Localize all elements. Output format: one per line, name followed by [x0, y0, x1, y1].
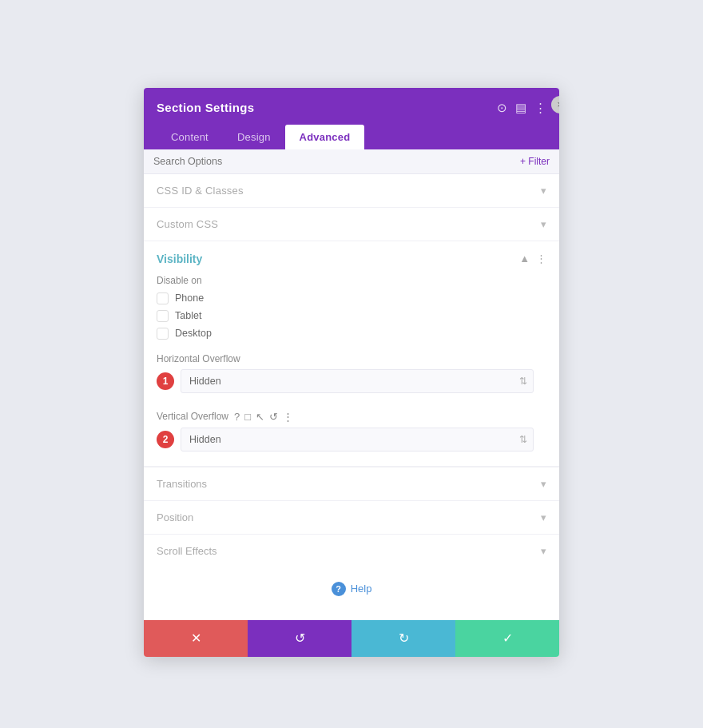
tablet-checkbox-row: Tablet [157, 310, 546, 322]
panel-title: Section Settings [157, 101, 254, 114]
step-1-badge: 1 [157, 372, 174, 390]
panel-header: Section Settings ⊙ ▤ ⋮ Content Design Ad… [144, 88, 559, 149]
transitions-chevron-icon: ▾ [541, 478, 546, 490]
scroll-effects-chevron-icon: ▾ [541, 545, 546, 557]
css-id-chevron-icon: ▾ [541, 185, 546, 197]
tab-content[interactable]: Content [157, 125, 223, 149]
transitions-label: Transitions [157, 478, 207, 490]
desktop-checkbox-row: Desktop [157, 328, 546, 340]
tablet-checkbox[interactable] [157, 310, 169, 322]
transitions-row[interactable]: Transitions ▾ [144, 467, 559, 500]
phone-checkbox-row: Phone [157, 292, 546, 304]
visibility-more-icon[interactable]: ⋮ [536, 253, 546, 265]
scroll-effects-label: Scroll Effects [157, 545, 217, 557]
more-icon[interactable]: ⋮ [534, 101, 546, 115]
custom-css-chevron-icon: ▾ [541, 218, 546, 230]
position-label: Position [157, 511, 193, 523]
horizontal-overflow-label: Horizontal Overflow [157, 353, 240, 364]
search-bar: + Filter [144, 149, 559, 174]
scroll-effects-row[interactable]: Scroll Effects ▾ [144, 534, 559, 567]
custom-css-label: Custom CSS [157, 218, 218, 230]
vertical-overflow-label: Vertical Overflow [157, 411, 228, 422]
help-tooltip-icon[interactable]: ? [234, 411, 240, 423]
settings-icon[interactable]: ⊙ [497, 101, 507, 115]
css-id-classes-label: CSS ID & Classes [157, 185, 244, 197]
redo-button[interactable]: ↻ [352, 620, 455, 657]
help-row: ? Help [144, 567, 559, 620]
step-2-badge: 2 [157, 431, 174, 448]
visibility-title: Visibility [157, 253, 202, 265]
visibility-section: Visibility ▲ ⋮ Disable on Phone Tablet D… [144, 241, 559, 467]
horizontal-overflow-select[interactable]: Hidden Visible Scroll Auto [181, 369, 534, 393]
position-row[interactable]: Position ▾ [144, 500, 559, 534]
horizontal-overflow-select-wrapper: Hidden Visible Scroll Auto [181, 369, 534, 393]
header-icons: ⊙ ▤ ⋮ [497, 101, 546, 115]
vertical-overflow-icons: ? □ ↖ ↺ ⋮ [234, 411, 293, 423]
position-chevron-icon: ▾ [541, 511, 546, 523]
tab-design[interactable]: Design [223, 125, 285, 149]
vertical-overflow-select-wrapper: Hidden Visible Scroll Auto [181, 428, 534, 452]
help-link[interactable]: Help [351, 583, 372, 595]
reset-icon[interactable]: ↺ [269, 411, 278, 423]
desktop-checkbox[interactable] [157, 328, 169, 340]
help-circle-icon: ? [332, 582, 346, 596]
css-id-classes-row[interactable]: CSS ID & Classes ▾ [144, 174, 559, 208]
phone-label: Phone [175, 292, 204, 304]
visibility-collapse-icon[interactable]: ▲ [519, 253, 530, 265]
vertical-overflow-select[interactable]: Hidden Visible Scroll Auto [181, 428, 534, 452]
visibility-header: Visibility ▲ ⋮ [157, 253, 546, 265]
tab-advanced[interactable]: Advanced [285, 125, 365, 149]
more-options-icon[interactable]: ⋮ [283, 411, 293, 423]
bottom-bar: ✕ ↺ ↻ ✓ [144, 620, 559, 657]
disable-on-label: Disable on [157, 275, 546, 286]
undo-button[interactable]: ↺ [248, 620, 352, 657]
tabs: Content Design Advanced [157, 125, 546, 149]
phone-checkbox[interactable] [157, 292, 169, 304]
tablet-label: Tablet [175, 310, 201, 321]
filter-button[interactable]: + Filter [520, 156, 550, 167]
cursor-icon[interactable]: ↖ [256, 411, 264, 423]
horizontal-overflow-select-row: 1 Hidden Visible Scroll Auto [157, 369, 534, 393]
vertical-overflow-select-row: 2 Hidden Visible Scroll Auto [157, 428, 534, 452]
custom-css-row[interactable]: Custom CSS ▾ [144, 208, 559, 241]
save-button[interactable]: ✓ [455, 620, 559, 657]
search-input[interactable] [153, 156, 471, 167]
desktop-label: Desktop [175, 328, 212, 339]
vertical-overflow-label-row: Vertical Overflow ? □ ↖ ↺ ⋮ [157, 411, 534, 423]
visibility-header-icons: ▲ ⋮ [519, 253, 546, 265]
device-icon[interactable]: □ [244, 411, 251, 423]
columns-icon[interactable]: ▤ [515, 101, 526, 115]
panel-body: CSS ID & Classes ▾ Custom CSS ▾ Visibili… [144, 174, 559, 620]
section-settings-panel: × Section Settings ⊙ ▤ ⋮ Content Design … [144, 88, 559, 657]
cancel-button[interactable]: ✕ [144, 620, 248, 657]
horizontal-overflow-label-row: Horizontal Overflow [157, 353, 534, 364]
